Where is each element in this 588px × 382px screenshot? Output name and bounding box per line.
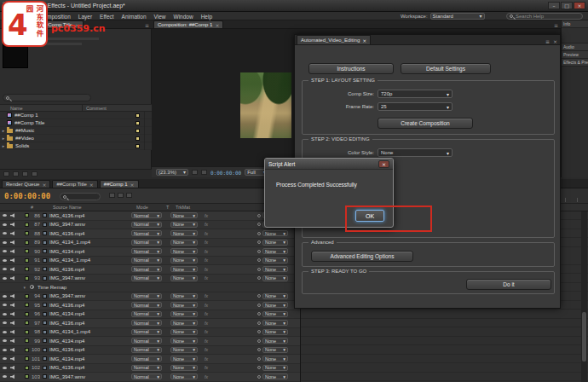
layer-source-name[interactable]: IMG_4134_1.mp4 [49, 258, 131, 263]
parent-dropdown[interactable]: None▾ [262, 329, 288, 335]
visibility-eye-icon[interactable] [3, 349, 7, 351]
layer-row[interactable]: 94 IMG_3947.wmv Normal▾ None▾ fx None▾ [0, 292, 300, 302]
workspace-dropdown[interactable]: Standard ▾ [430, 13, 485, 20]
track-matte-dropdown[interactable]: None▾ [170, 248, 198, 254]
track-matte-dropdown[interactable]: None▾ [170, 258, 198, 263]
panel-menu-icon[interactable]: ≡ [545, 38, 550, 44]
menu-help[interactable]: Help [201, 14, 212, 20]
fx-badge[interactable]: fx [198, 321, 257, 326]
parent-pickwhip-icon[interactable] [257, 258, 261, 262]
fx-badge[interactable]: fx [198, 231, 257, 236]
parent-dropdown[interactable]: None▾ [262, 275, 288, 281]
parent-pickwhip-icon[interactable] [257, 276, 261, 280]
close-icon[interactable]: × [130, 182, 134, 188]
parent-dropdown[interactable]: None▾ [262, 356, 288, 362]
layer-row[interactable]: 86 IMG_4136.mp4 Normal▾ None▾ fx None▾ [0, 211, 300, 221]
audio-speaker-icon[interactable] [10, 374, 14, 379]
track-matte-dropdown[interactable]: None▾ [170, 365, 198, 371]
parent-pickwhip-icon[interactable] [257, 304, 261, 307]
project-item[interactable]: ##Comp 1 [0, 112, 152, 119]
parent-dropdown[interactable]: None▾ [262, 373, 288, 379]
comp-size-dropdown[interactable]: 720p ▾ [378, 90, 453, 98]
fx-badge[interactable]: fx [198, 249, 257, 254]
project-search-input[interactable] [3, 94, 91, 101]
script-panel-tab[interactable]: Automated_Video_Editing × [297, 35, 371, 44]
visibility-eye-icon[interactable] [3, 259, 7, 262]
menu-animation[interactable]: Animation [122, 14, 147, 20]
track-matte-dropdown[interactable]: None▾ [170, 356, 198, 362]
blend-mode-dropdown[interactable]: Normal▾ [131, 338, 162, 344]
fx-badge[interactable]: fx [198, 339, 257, 344]
close-icon[interactable]: × [553, 38, 557, 44]
track-matte-dropdown[interactable]: None▾ [170, 302, 198, 308]
fx-badge[interactable]: fx [198, 213, 257, 218]
column-mode[interactable]: Mode [136, 205, 148, 210]
visibility-eye-icon[interactable] [3, 375, 7, 378]
project-item[interactable]: ▸ Solids [0, 142, 152, 150]
parent-dropdown[interactable]: None▾ [262, 320, 288, 326]
parent-dropdown[interactable]: None▾ [262, 293, 288, 299]
parent-dropdown[interactable]: None▾ [262, 240, 288, 246]
blend-mode-dropdown[interactable]: Normal▾ [131, 373, 162, 379]
audio-speaker-icon[interactable] [10, 356, 14, 361]
column-number[interactable]: # [31, 205, 33, 210]
blend-mode-dropdown[interactable]: Normal▾ [131, 230, 162, 236]
close-button[interactable]: × [574, 2, 585, 9]
parent-dropdown[interactable]: None▾ [262, 302, 288, 308]
visibility-eye-icon[interactable] [3, 321, 7, 324]
parent-pickwhip-icon[interactable] [257, 240, 261, 244]
fx-badge[interactable]: fx [198, 275, 257, 281]
layer-row[interactable]: 95 IMG_4136.mp4 Normal▾ None▾ fx None▾ [0, 301, 300, 310]
layer-source-name[interactable]: IMG_4136.mp4 [49, 347, 131, 352]
fx-badge[interactable]: fx [198, 222, 257, 227]
advanced-editing-options-button[interactable]: Advanced Editing Options [311, 251, 413, 262]
blend-mode-dropdown[interactable]: Normal▾ [131, 212, 162, 218]
tree-arrow-icon[interactable]: ▸ [0, 128, 7, 133]
panel-tab-preview[interactable]: Preview [562, 51, 588, 59]
track-matte-dropdown[interactable]: None▾ [170, 329, 198, 335]
fx-badge[interactable]: fx [198, 356, 257, 362]
property-row[interactable]: ▾ Time Remap [0, 283, 300, 292]
grid-icon[interactable] [192, 170, 198, 175]
visibility-eye-icon[interactable] [3, 357, 7, 360]
track-matte-dropdown[interactable]: None▾ [170, 212, 198, 218]
layer-row[interactable]: 91 IMG_4134_1.mp4 Normal▾ None▾ fx None▾ [0, 257, 300, 266]
parent-pickwhip-icon[interactable] [257, 330, 261, 333]
layer-source-name[interactable]: IMG_3947.wmv [49, 275, 131, 281]
visibility-eye-icon[interactable] [3, 268, 7, 270]
visibility-eye-icon[interactable] [3, 277, 7, 280]
track-matte-dropdown[interactable]: None▾ [170, 222, 198, 228]
new-folder-icon[interactable] [13, 171, 19, 177]
parent-pickwhip-icon[interactable] [257, 232, 261, 235]
parent-dropdown[interactable]: None▾ [262, 347, 288, 353]
layer-row[interactable]: 99 IMG_4134.mp4 Normal▾ None▾ fx None▾ [0, 337, 300, 346]
parent-dropdown[interactable]: None▾ [262, 365, 288, 371]
fx-badge[interactable]: fx [198, 303, 257, 308]
delete-icon[interactable] [32, 171, 37, 177]
item-name[interactable]: ##Comp Title [14, 120, 135, 125]
layer-source-name[interactable]: IMG_4136.mp4 [49, 303, 131, 308]
do-it-button[interactable]: Do it [466, 279, 551, 290]
parent-pickwhip-icon[interactable] [257, 250, 261, 253]
composition-mini-flowchart-icon[interactable] [109, 193, 115, 198]
layer-source-name[interactable]: IMG_4136.mp4 [49, 267, 131, 272]
project-item[interactable]: ▸ ##Music [0, 127, 152, 135]
audio-speaker-icon[interactable] [10, 231, 14, 235]
fx-badge[interactable]: fx [198, 267, 257, 272]
visibility-eye-icon[interactable] [3, 313, 7, 315]
interpret-footage-icon[interactable] [3, 171, 9, 177]
track-matte-dropdown[interactable]: None▾ [170, 373, 198, 379]
layer-row[interactable]: 93 IMG_3947.wmv Normal▾ None▾ fx None▾ [0, 275, 300, 284]
help-search-input[interactable]: Search Help [506, 13, 583, 20]
layer-row[interactable]: 102 IMG_4136.mp4 Normal▾ None▾ fx None▾ [0, 364, 300, 373]
audio-speaker-icon[interactable] [10, 258, 14, 263]
column-trkmat[interactable]: TrkMat [176, 205, 190, 210]
audio-speaker-icon[interactable] [10, 213, 14, 217]
layer-source-name[interactable]: IMG_4134.mp4 [49, 339, 131, 344]
layer-source-name[interactable]: IMG_4134.mp4 [49, 311, 131, 316]
track-matte-dropdown[interactable]: None▾ [170, 293, 198, 299]
timeline-search-input[interactable] [60, 193, 101, 200]
blend-mode-dropdown[interactable]: Normal▾ [131, 266, 162, 272]
close-icon[interactable]: × [362, 38, 366, 43]
blend-mode-dropdown[interactable]: Normal▾ [131, 222, 162, 228]
